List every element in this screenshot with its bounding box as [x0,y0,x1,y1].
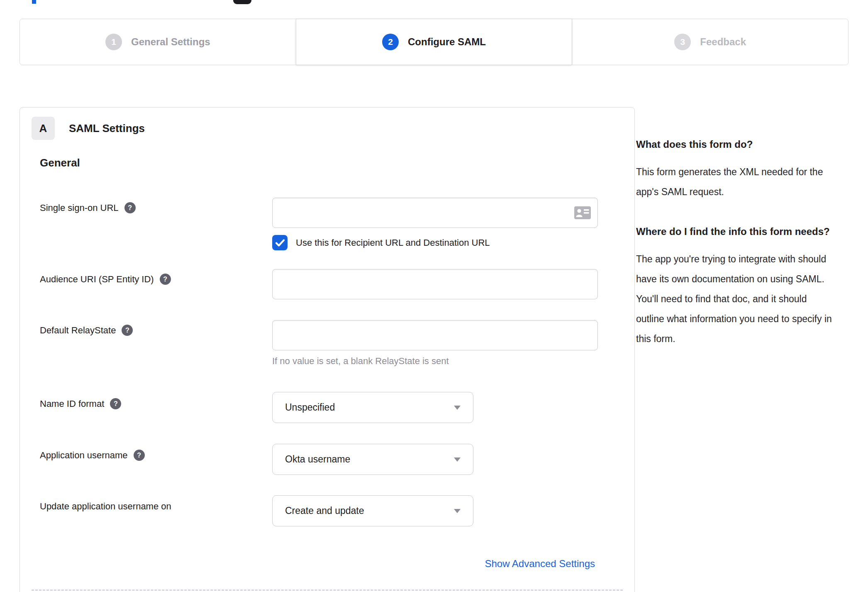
name-id-format-help-icon[interactable]: ? [110,398,121,409]
app-username-value: Okta username [285,454,350,465]
step-label: Configure SAML [408,36,486,48]
update-username-value: Create and update [285,505,364,516]
relay-state-help-icon[interactable]: ? [122,325,133,336]
audience-uri-input[interactable] [272,269,598,299]
sso-url-input[interactable] [272,198,598,228]
audience-uri-help-icon[interactable]: ? [160,274,171,285]
section-header: A SAML Settings [32,117,145,140]
update-username-select[interactable]: Create and update [272,495,473,526]
help-sidebar: What does this form do? This form genera… [636,135,834,349]
stepper-step-feedback[interactable]: 3 Feedback [572,19,848,65]
recipient-url-checkbox[interactable] [272,235,288,250]
step-label: Feedback [700,36,746,48]
recipient-url-checkbox-label: Use this for Recipient URL and Destinati… [296,237,490,248]
step-number-badge: 1 [105,34,122,50]
show-advanced-settings-link[interactable]: Show Advanced Settings [485,558,595,570]
section-badge-a: A [32,117,55,140]
checkmark-icon [276,239,285,247]
update-username-label: Update application username on [40,501,171,512]
section-dashed-divider [32,590,623,591]
app-username-select[interactable]: Okta username [272,444,473,475]
cutoff-dark-fragment [233,0,251,4]
sidebar-answer-2: The app you're trying to integrate with … [636,249,834,349]
recipient-url-checkbox-row: Use this for Recipient URL and Destinati… [272,235,490,250]
wizard-stepper: 1 General Settings 2 Configure SAML 3 Fe… [20,19,848,65]
relay-state-input[interactable] [272,320,598,350]
relay-state-hint: If no value is set, a blank RelayState i… [272,356,449,367]
caret-down-icon [454,457,461,462]
step-number-badge: 3 [674,34,691,50]
name-id-format-label: Name ID format ? [40,398,121,409]
stepper-step-configure-saml[interactable]: 2 Configure SAML [296,19,572,65]
relay-state-label: Default RelayState ? [40,325,133,336]
saml-settings-panel: A SAML Settings General Single sign-on U… [20,107,635,592]
step-label: General Settings [131,36,210,48]
sso-url-label: Single sign-on URL ? [40,202,136,213]
name-id-format-value: Unspecified [285,402,335,413]
section-title: SAML Settings [69,122,145,135]
sso-url-help-icon[interactable]: ? [124,202,136,213]
app-username-help-icon[interactable]: ? [134,450,145,461]
sidebar-answer-1: This form generates the XML needed for t… [636,162,834,202]
name-id-format-select[interactable]: Unspecified [272,392,473,423]
group-title-general: General [40,157,80,169]
cutoff-blue-fragment [32,0,36,4]
address-card-icon [574,206,591,219]
step-number-badge: 2 [382,34,399,50]
sidebar-question-1: What does this form do? [636,135,834,154]
sidebar-question-2: Where do I find the info this form needs… [636,223,834,241]
audience-uri-label: Audience URI (SP Entity ID) ? [40,274,171,285]
caret-down-icon [454,509,461,513]
caret-down-icon [454,406,461,410]
stepper-step-general-settings[interactable]: 1 General Settings [20,19,296,65]
app-username-label: Application username ? [40,450,145,461]
